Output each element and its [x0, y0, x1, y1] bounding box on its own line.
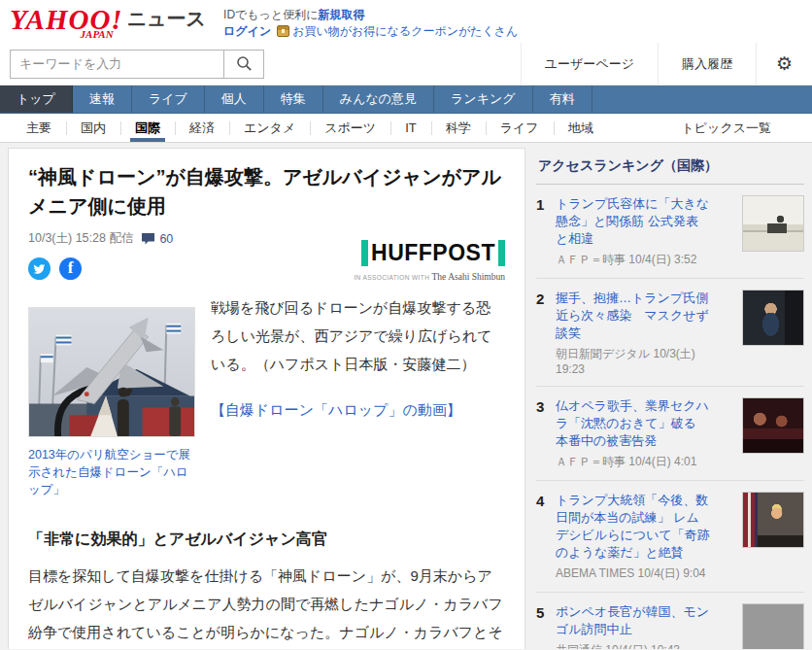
photo-caption[interactable]: 2013年のパリ航空ショーで展示された自爆ドローン「ハロップ」: [28, 446, 197, 498]
article-body: 目標を探知して自爆攻撃を仕掛ける「神風ドローン」が、9月末からアゼルバイジャンと…: [26, 562, 507, 649]
rank-number: 4: [536, 492, 556, 509]
huffpost-tagline: IN ASSOCIATION WITH: [354, 274, 429, 281]
account-promo: IDでもっと便利に新規取得 ログインお買い物がお得になるクーポンがたくさん: [223, 5, 518, 40]
article-title: “神風ドローン”が自爆攻撃。アゼルバイジャンがアルメニア側に使用: [28, 162, 505, 221]
rank-number: 5: [536, 603, 556, 621]
category-nav-item[interactable]: 地域: [554, 114, 608, 142]
yahoo-japan-news-logo[interactable]: YAHOO! JAPAN ニュース: [10, 6, 206, 40]
harop-drone-photo: [28, 307, 195, 437]
category-nav-item[interactable]: スポーツ: [310, 114, 390, 142]
category-nav-item[interactable]: エンタメ: [229, 114, 310, 142]
huffpost-wordmark: HUFFPOST: [368, 240, 498, 266]
sidebar: アクセスランキング（国際） 1 トランプ氏容体に「大きな懸念」と関係筋 公式発表…: [536, 148, 804, 649]
search-icon: [236, 55, 253, 72]
ranking-item-source: 共同通信 10/4(日) 10:43: [556, 642, 711, 649]
site-header: YAHOO! JAPAN ニュース IDでもっと便利に新規取得 ログインお買い物…: [0, 0, 812, 43]
coupon-promo-link[interactable]: お買い物がお得になるクーポンがたくさん: [292, 24, 518, 38]
user-page-link[interactable]: ユーザーページ: [521, 43, 658, 85]
ranking-item[interactable]: 3 仏オペラ歌手、業界セクハラ「沈黙のおきて」破る 本番中の被害告発 ＡＦＰ＝時…: [536, 387, 804, 481]
japan-logo-text: JAPAN: [10, 29, 123, 40]
ranking-item-source: 朝日新聞デジタル 10/3(土) 19:23: [556, 346, 711, 376]
facebook-share-icon[interactable]: [59, 257, 82, 280]
ranking-item-source: ABEMA TIMES 10/4(日) 9:04: [556, 565, 711, 582]
twitter-bird-glyph: [33, 262, 46, 275]
main-nav-tab[interactable]: ランキング: [434, 86, 533, 113]
ranking-item-source: ＡＦＰ＝時事 10/4(日) 3:52: [556, 252, 711, 268]
main-nav-tab[interactable]: ライブ: [132, 86, 205, 113]
ranking-item-thumbnail[interactable]: [742, 492, 804, 548]
main-nav-tab[interactable]: 特集: [264, 86, 323, 113]
search-input[interactable]: [10, 50, 223, 79]
category-nav-item[interactable]: 科学: [431, 114, 486, 142]
rank-number: 1: [536, 195, 556, 213]
ranking-item-source: ＡＦＰ＝時事 10/4(日) 4:01: [556, 454, 711, 470]
huffpost-green-bar-left: [361, 240, 368, 266]
main-nav-tab[interactable]: 有料: [533, 86, 592, 113]
main-nav-tab[interactable]: 個人: [205, 86, 264, 113]
main-nav-tab[interactable]: みんなの意見: [323, 86, 434, 113]
ranking-item-title[interactable]: トランプ大統領「今後、数日間が本当の試練」 レムデシビルらについて「奇跡のような…: [556, 492, 711, 562]
signup-link[interactable]: 新規取得: [318, 8, 364, 21]
login-link[interactable]: ログイン: [223, 24, 271, 38]
ranking-item[interactable]: 4 トランプ大統領「今後、数日間が本当の試練」 レムデシビルらについて「奇跡のよ…: [536, 481, 804, 593]
rank-number: 2: [536, 290, 556, 307]
category-nav-item[interactable]: IT: [390, 114, 431, 142]
ranking-item[interactable]: 1 トランプ氏容体に「大きな懸念」と関係筋 公式発表と相違 ＡＦＰ＝時事 10/…: [536, 185, 804, 279]
topics-list-link[interactable]: トピックス一覧: [681, 114, 800, 142]
search-toolbar: ユーザーページ 購入履歴 ⚙: [0, 43, 812, 86]
settings-gear-icon[interactable]: ⚙: [756, 43, 812, 85]
ranking-item-thumbnail[interactable]: [742, 290, 804, 346]
article-lead: 戦場を飛び回るドローンが自爆攻撃する恐ろしい光景が、西アジアで繰り広げられている…: [211, 293, 505, 378]
category-nav: 主要 国内 国際 経済 エンタメ スポーツ IT 科学 ライフ 地域 トピックス…: [0, 114, 812, 143]
comment-bubble-icon: [141, 232, 155, 245]
section-heading: 「非常に効果的」とアゼルバイジャン高官: [28, 530, 505, 550]
search-button[interactable]: [223, 50, 264, 79]
id-promo-text: IDでもっと便利に: [223, 8, 318, 21]
ranking-item-title[interactable]: ポンペオ長官が韓国、モンゴル訪問中止: [556, 603, 711, 638]
content-area: “神風ドローン”が自爆攻撃。アゼルバイジャンがアルメニア側に使用 10/3(土)…: [0, 143, 812, 649]
ranking-item[interactable]: 2 握手、抱擁…トランプ氏側近ら次々感染 マスクせず談笑 朝日新聞デジタル 10…: [536, 279, 804, 387]
article-card: “神風ドローン”が自爆攻撃。アゼルバイジャンがアルメニア側に使用 10/3(土)…: [8, 148, 525, 649]
category-nav-item[interactable]: 国内: [66, 114, 120, 142]
comment-count-link[interactable]: 60: [141, 232, 173, 246]
twitter-share-icon[interactable]: [28, 257, 51, 280]
access-ranking-section: アクセスランキング（国際） 1 トランプ氏容体に「大きな懸念」と関係筋 公式発表…: [536, 154, 804, 649]
article-figure: 2013年のパリ航空ショーで展示された自爆ドローン「ハロップ」: [28, 307, 197, 498]
category-nav-item[interactable]: ライフ: [486, 114, 554, 142]
ranking-item-thumbnail[interactable]: [742, 195, 804, 252]
ranking-item-title[interactable]: 仏オペラ歌手、業界セクハラ「沈黙のおきて」破る 本番中の被害告発: [556, 397, 711, 450]
ranking-item-thumbnail[interactable]: [742, 397, 804, 454]
rank-number: 3: [536, 397, 556, 415]
asahi-shimbun-credit: The Asahi Shimbun: [432, 272, 505, 282]
huffpost-green-bar-right: [498, 240, 505, 266]
huffpost-logo[interactable]: HUFFPOST IN ASSOCIATION WITH The Asahi S…: [354, 240, 505, 282]
main-nav-tab[interactable]: トップ: [0, 86, 73, 113]
coupon-chest-icon: [277, 25, 289, 37]
ranking-item-title[interactable]: トランプ氏容体に「大きな懸念」と関係筋 公式発表と相違: [556, 195, 711, 248]
article-photo-link[interactable]: [28, 307, 197, 437]
ranking-item[interactable]: 5 ポンペオ長官が韓国、モンゴル訪問中止 共同通信 10/4(日) 10:43: [536, 593, 804, 649]
publish-date: 10/3(土) 15:28 配信: [28, 230, 133, 247]
access-ranking-title: アクセスランキング（国際）: [536, 154, 804, 185]
video-link[interactable]: 【自爆ドローン「ハロップ」の動画】: [211, 401, 461, 420]
category-nav-item[interactable]: 国際: [120, 114, 175, 142]
category-nav-item[interactable]: 主要: [12, 114, 66, 142]
main-nav: トップ 速報 ライブ 個人 特集 みんなの意見 ランキング 有料: [0, 86, 812, 114]
purchase-history-link[interactable]: 購入履歴: [658, 43, 756, 85]
category-nav-item[interactable]: 経済: [175, 114, 229, 142]
ranking-item-thumbnail[interactable]: [742, 603, 804, 649]
ranking-item-title[interactable]: 握手、抱擁…トランプ氏側近ら次々感染 マスクせず談笑: [556, 290, 711, 342]
comment-count: 60: [159, 232, 173, 246]
main-nav-tab[interactable]: 速報: [73, 86, 132, 113]
news-service-label: ニュース: [127, 6, 206, 40]
